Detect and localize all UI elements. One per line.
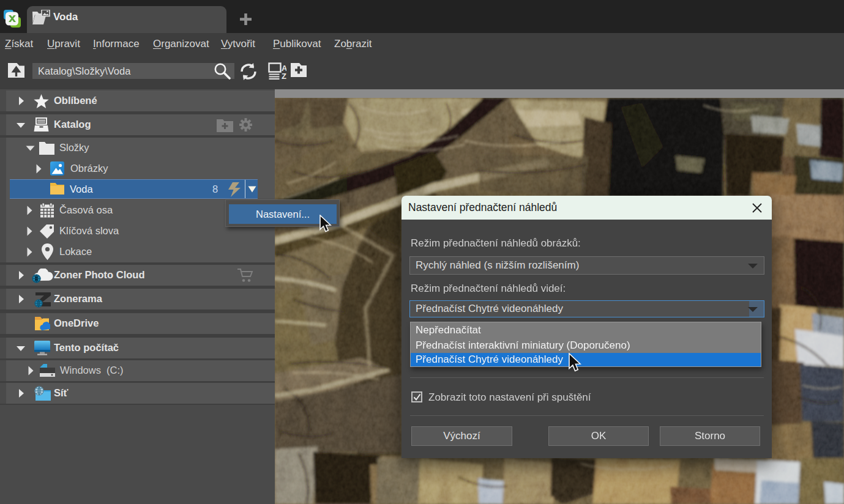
svg-text:Z: Z [282, 72, 286, 80]
